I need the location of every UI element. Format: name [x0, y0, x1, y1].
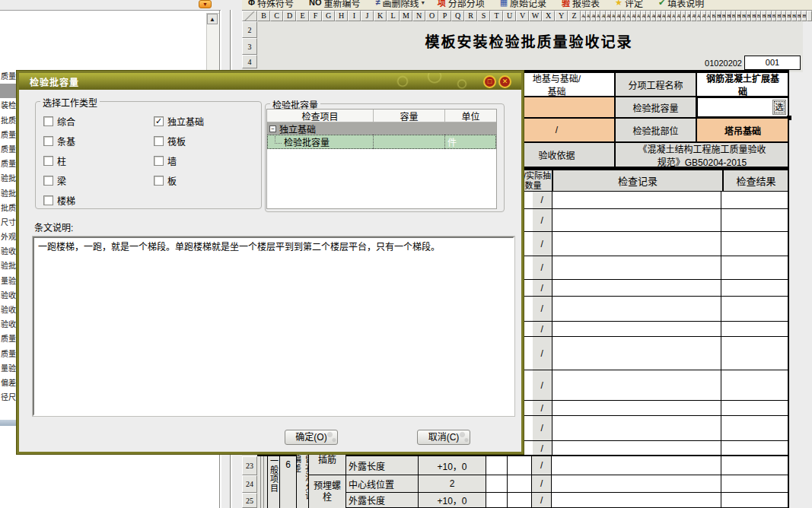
select-button[interactable]: 选: [772, 100, 786, 115]
column-header[interactable]: BF: [736, 11, 741, 21]
check-record-cell[interactable]: [552, 401, 722, 416]
column-header[interactable]: BE: [731, 11, 737, 21]
column-header[interactable]: I: [348, 11, 361, 21]
column-header[interactable]: O: [425, 11, 438, 21]
column-header[interactable]: AB: [586, 11, 591, 21]
checkbox-icon[interactable]: [154, 156, 164, 166]
toolbar-item[interactable]: ≠ 画删除线 ▾: [376, 0, 425, 9]
batch-capacity-input[interactable]: 选: [696, 97, 789, 118]
column-header[interactable]: BQ: [791, 11, 797, 21]
check-record-cell[interactable]: [552, 337, 722, 370]
work-type-option[interactable]: 板: [154, 170, 204, 190]
collapse-panel-button[interactable]: ▼: [199, 0, 212, 8]
column-header[interactable]: BI: [751, 11, 756, 21]
clause-textarea[interactable]: 一跑楼梯，一跑，就是一个梯段。单跑楼梯就是坐一个楼层平到到第二个楼层平台，只有一…: [33, 237, 514, 416]
check-record-cell[interactable]: [552, 297, 722, 322]
column-header[interactable]: AR: [666, 11, 671, 21]
sampling-qty-cell[interactable]: /: [533, 322, 552, 337]
work-type-option[interactable]: 独立基础: [154, 111, 204, 131]
sampling-qty-cell[interactable]: /: [533, 209, 552, 232]
empty-cell[interactable]: [486, 493, 508, 508]
child-row-capacity-cell[interactable]: [374, 135, 445, 149]
check-record-cell[interactable]: [552, 493, 721, 508]
row-header[interactable]: 23: [242, 456, 257, 475]
ok-button[interactable]: 确定(O): [285, 430, 338, 445]
cell-batch-location-value[interactable]: 塔吊基础: [696, 118, 789, 142]
row-header[interactable]: 25: [242, 493, 257, 508]
column-header[interactable]: AZ: [706, 11, 712, 21]
column-header[interactable]: L: [387, 11, 400, 21]
column-header[interactable]: R: [464, 11, 477, 21]
row-header[interactable]: 3: [242, 38, 257, 55]
toolbar-item[interactable]: 项 分部分项: [438, 0, 487, 9]
column-header[interactable]: Q: [451, 11, 464, 21]
toolbar-item[interactable]: NO 重新编号: [309, 0, 363, 9]
checkbox-icon[interactable]: [43, 116, 53, 126]
column-header[interactable]: AF: [606, 11, 611, 21]
column-header[interactable]: D: [283, 11, 296, 21]
column-header[interactable]: AL: [636, 11, 642, 21]
check-result-cell[interactable]: [721, 280, 788, 297]
column-header[interactable]: AY: [701, 11, 706, 21]
column-header[interactable]: BM: [772, 11, 777, 21]
column-header[interactable]: BC: [721, 11, 727, 21]
sampling-qty-cell[interactable]: /: [533, 416, 552, 441]
column-header[interactable]: AP: [656, 11, 661, 21]
checkbox-icon[interactable]: [154, 116, 164, 126]
check-record-cell[interactable]: [552, 322, 722, 337]
column-header[interactable]: H: [335, 11, 348, 21]
check-result-cell[interactable]: [721, 192, 788, 209]
capacity-child-row[interactable]: 检验批容量 件: [267, 135, 496, 149]
column-header[interactable]: G: [322, 11, 335, 21]
sampling-qty-cell[interactable]: /: [533, 337, 552, 370]
column-header[interactable]: AG: [611, 11, 616, 21]
row-header[interactable]: 24: [242, 475, 257, 493]
work-type-option[interactable]: 楼梯: [43, 190, 75, 210]
column-header[interactable]: AC: [591, 11, 596, 21]
check-record-cell[interactable]: [552, 370, 722, 401]
check-record-cell[interactable]: [552, 280, 722, 297]
cancel-button[interactable]: 取消(C): [417, 430, 470, 445]
column-header[interactable]: AT: [676, 11, 681, 21]
column-header[interactable]: E: [296, 11, 309, 21]
sampling-qty-cell[interactable]: /: [533, 401, 552, 416]
work-type-option[interactable]: 筏板: [154, 131, 204, 151]
toolbar-item[interactable]: Φ 特殊符号: [248, 0, 296, 9]
checkbox-icon[interactable]: [43, 195, 53, 205]
empty-cell[interactable]: [508, 456, 532, 475]
column-header[interactable]: BG: [741, 11, 747, 21]
check-record-cell[interactable]: [552, 416, 722, 441]
column-header[interactable]: AN: [646, 11, 651, 21]
column-header[interactable]: BB: [716, 11, 721, 21]
check-result-cell[interactable]: [721, 441, 788, 456]
column-header[interactable]: BP: [786, 11, 791, 21]
column-header[interactable]: BR: [797, 11, 802, 21]
column-header[interactable]: AS: [671, 11, 677, 21]
check-result-cell[interactable]: [721, 401, 788, 416]
column-header[interactable]: BA: [711, 11, 716, 21]
column-header[interactable]: BO: [782, 11, 787, 21]
sampling-qty-cell[interactable]: /: [533, 192, 552, 209]
row-header[interactable]: 4: [242, 55, 257, 68]
column-header[interactable]: Z: [568, 11, 581, 21]
column-header[interactable]: AE: [600, 11, 606, 21]
check-result-cell[interactable]: [721, 416, 788, 441]
dropdown-arrow-icon[interactable]: ▾: [422, 0, 425, 6]
record-number-cell[interactable]: 001: [744, 56, 801, 70]
collapse-expander-icon[interactable]: −: [269, 125, 276, 132]
check-result-cell[interactable]: [721, 322, 788, 337]
toolbar-item[interactable]: ✔ 填表说明: [658, 0, 706, 9]
check-result-cell[interactable]: [721, 370, 788, 401]
row-header[interactable]: 2: [242, 21, 257, 38]
minimize-button[interactable]: □: [483, 75, 496, 88]
column-header[interactable]: K: [374, 11, 387, 21]
column-header[interactable]: AO: [651, 11, 656, 21]
column-header[interactable]: AM: [641, 11, 646, 21]
toolbar-item[interactable]: ★ 评定: [615, 0, 645, 9]
col-header-capacity[interactable]: 容量: [374, 110, 445, 122]
column-header[interactable]: V: [516, 11, 529, 21]
column-header[interactable]: AD: [596, 11, 601, 21]
work-type-option[interactable]: 梁: [43, 170, 75, 190]
check-result-cell[interactable]: [721, 232, 788, 256]
check-result-cell[interactable]: [721, 337, 788, 370]
